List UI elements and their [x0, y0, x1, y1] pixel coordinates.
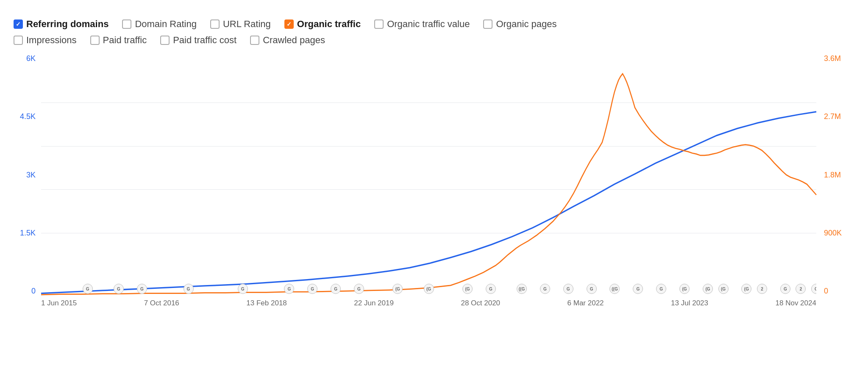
google-update-icon-27: G: [811, 284, 816, 294]
chart-inner: [41, 54, 816, 296]
google-update-icon-0: G: [83, 284, 93, 294]
checkbox-organic_pages[interactable]: [483, 19, 492, 29]
filter-label-url_rating: URL Rating: [223, 19, 271, 30]
x-label-3: 22 Jun 2019: [354, 299, 394, 307]
filters-row-2: ImpressionsPaid trafficPaid traffic cost…: [14, 35, 854, 46]
google-update-icon-22: (G: [718, 284, 729, 294]
google-update-icon-10: (G: [424, 284, 434, 294]
google-update-icon-23: (G: [741, 284, 751, 294]
filter-organic_traffic[interactable]: ✓Organic traffic: [284, 19, 361, 30]
checkbox-domain_rating[interactable]: [122, 19, 131, 29]
google-update-icon-21: (G: [703, 284, 713, 294]
y-left-label-3: 1.5K: [20, 229, 36, 238]
y-axis-right: 3.6M2.7M1.8M900K0: [821, 54, 854, 296]
x-label-0: 1 Jun 2015: [41, 299, 77, 307]
filter-label-referring_domains: Referring domains: [26, 19, 108, 30]
y-right-label-3: 900K: [824, 229, 842, 238]
y-left-label-1: 4.5K: [20, 112, 36, 121]
checkbox-impressions[interactable]: [14, 36, 23, 45]
filter-label-organic_traffic_value: Organic traffic value: [387, 19, 470, 30]
filter-label-organic_traffic: Organic traffic: [297, 19, 361, 30]
google-update-icon-5: G: [284, 284, 294, 294]
google-update-icon-25: G: [780, 284, 790, 294]
google-update-icon-7: G: [331, 284, 341, 294]
chart-area: 6K4.5K3K1.5K0 3.6M2.7M1.8M900K0 GGGGGGGG…: [14, 54, 854, 317]
checkbox-organic_traffic[interactable]: ✓: [284, 19, 294, 29]
google-update-icon-9: (G: [392, 284, 403, 294]
google-update-icon-20: (G: [679, 284, 690, 294]
checkbox-paid_traffic_cost[interactable]: [160, 36, 170, 45]
filter-label-domain_rating: Domain Rating: [135, 19, 197, 30]
x-label-5: 6 Mar 2022: [568, 299, 604, 307]
y-right-label-2: 1.8M: [824, 171, 841, 180]
google-update-icon-26: 2: [796, 284, 806, 294]
y-right-label-0: 3.6M: [824, 54, 841, 63]
x-axis: 1 Jun 20157 Oct 201613 Feb 201822 Jun 20…: [41, 296, 816, 317]
google-update-icon-8: G: [354, 284, 364, 294]
filter-label-paid_traffic_cost: Paid traffic cost: [173, 35, 236, 46]
x-label-1: 7 Oct 2016: [144, 299, 179, 307]
filter-organic_pages[interactable]: Organic pages: [483, 19, 556, 30]
x-label-2: 13 Feb 2018: [246, 299, 287, 307]
google-update-icon-13: ((G: [517, 284, 527, 294]
y-left-label-0: 6K: [26, 54, 36, 63]
checkbox-referring_domains[interactable]: ✓: [14, 19, 23, 29]
google-update-icon-3: G: [184, 284, 194, 294]
google-icons-row: GGGGGGGGG(G(G(GG((GGGG((GGG(G(G(G(G2G2G: [41, 282, 816, 296]
filter-label-organic_pages: Organic pages: [496, 19, 556, 30]
filter-referring_domains[interactable]: ✓Referring domains: [14, 19, 108, 30]
google-update-icon-11: (G: [462, 284, 473, 294]
google-update-icon-1: G: [114, 284, 124, 294]
x-label-4: 28 Oct 2020: [461, 299, 500, 307]
filter-domain_rating[interactable]: Domain Rating: [122, 19, 197, 30]
google-update-icon-17: ((G: [609, 284, 620, 294]
filter-paid_traffic[interactable]: Paid traffic: [90, 35, 147, 46]
filter-label-impressions: Impressions: [26, 35, 77, 46]
google-update-icon-6: G: [307, 284, 317, 294]
google-update-icon-16: G: [587, 284, 597, 294]
filters-row-1: ✓Referring domainsDomain RatingURL Ratin…: [14, 19, 854, 30]
y-axis-left: 6K4.5K3K1.5K0: [14, 54, 39, 296]
filter-impressions[interactable]: Impressions: [14, 35, 77, 46]
google-update-icon-4: G: [238, 284, 248, 294]
filter-crawled_pages[interactable]: Crawled pages: [250, 35, 325, 46]
google-update-icon-19: G: [656, 284, 666, 294]
filter-url_rating[interactable]: URL Rating: [210, 19, 271, 30]
x-label-7: 18 Nov 2024: [776, 299, 816, 307]
y-left-label-4: 0: [31, 287, 36, 296]
google-update-icon-2: G: [137, 284, 147, 294]
x-label-6: 13 Jul 2023: [671, 299, 708, 307]
google-update-icon-12: G: [486, 284, 496, 294]
filter-label-crawled_pages: Crawled pages: [263, 35, 325, 46]
y-right-label-1: 2.7M: [824, 112, 841, 121]
google-update-icon-18: G: [633, 284, 643, 294]
y-left-label-2: 3K: [26, 171, 36, 180]
filter-paid_traffic_cost[interactable]: Paid traffic cost: [160, 35, 236, 46]
checkbox-crawled_pages[interactable]: [250, 36, 259, 45]
filter-label-paid_traffic: Paid traffic: [103, 35, 147, 46]
checkbox-paid_traffic[interactable]: [90, 36, 100, 45]
filter-organic_traffic_value[interactable]: Organic traffic value: [374, 19, 470, 30]
y-right-label-4: 0: [824, 287, 828, 296]
chart-svg: [41, 54, 816, 296]
checkbox-organic_traffic_value[interactable]: [374, 19, 384, 29]
google-update-icon-15: G: [563, 284, 573, 294]
checkbox-url_rating[interactable]: [210, 19, 220, 29]
google-update-icon-24: 2: [757, 284, 767, 294]
google-update-icon-14: G: [540, 284, 550, 294]
performance-panel: ✓Referring domainsDomain RatingURL Ratin…: [14, 10, 854, 317]
